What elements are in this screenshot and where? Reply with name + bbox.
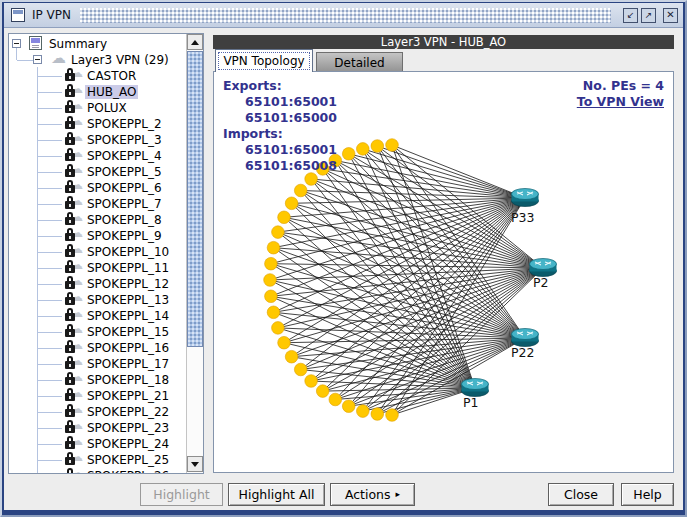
tree-item-spokeppl_2[interactable]: ☁SPOKEPPL_2 [9, 116, 186, 132]
tree-item-label: SPOKEPPL_15 [85, 325, 171, 339]
tree-connector-line [38, 172, 62, 173]
tree-item-spokeppl_21[interactable]: ☁SPOKEPPL_21 [9, 388, 186, 404]
minimize-icon[interactable]: ↙ [623, 8, 638, 23]
vpn-tree: Summary☁Layer3 VPN (29)☁CASTOR☁HUB_AO☁PO… [9, 34, 186, 473]
router-label: P1 [463, 395, 479, 410]
close-button[interactable]: Close [548, 483, 614, 506]
tree-connector-line [38, 156, 62, 157]
site-node[interactable] [305, 375, 318, 388]
tree-item-spokeppl_4[interactable]: ☁SPOKEPPL_4 [9, 148, 186, 164]
collapse-handle-icon[interactable] [12, 39, 21, 48]
site-node[interactable] [272, 226, 285, 239]
tab-detailed-label: Detailed [334, 56, 384, 70]
site-node[interactable] [285, 197, 298, 210]
tree-connector-line [38, 220, 62, 221]
tree-item-spokeppl_23[interactable]: ☁SPOKEPPL_23 [9, 420, 186, 436]
tree-item-summary[interactable]: Summary [9, 36, 186, 52]
site-node[interactable] [278, 336, 291, 349]
tree-item-spokeppl_24[interactable]: ☁SPOKEPPL_24 [9, 436, 186, 452]
close-icon[interactable]: ✕ [663, 8, 678, 23]
tree-item-polux[interactable]: ☁POLUX [9, 100, 186, 116]
tree-item-label: SPOKEPPL_24 [85, 437, 171, 451]
tree-item-spokeppl_6[interactable]: ☁SPOKEPPL_6 [9, 180, 186, 196]
site-node[interactable] [371, 408, 384, 421]
scrollbar-up-button[interactable] [187, 34, 203, 50]
window-title-bar[interactable]: IP VPN ↙ ↗ ✕ [4, 3, 683, 28]
site-node[interactable] [267, 306, 280, 319]
tree-item-layer3 vpn (29)[interactable]: ☁Layer3 VPN (29) [9, 52, 186, 68]
tree-item-label: SPOKEPPL_23 [85, 421, 171, 435]
actions-button[interactable]: Actions▸ [330, 483, 415, 506]
tree-item-spokeppl_25[interactable]: ☁SPOKEPPL_25 [9, 452, 186, 468]
highlight-all-button-label: Highlight All [239, 487, 315, 502]
scrollbar-thumb[interactable] [187, 51, 203, 347]
site-node[interactable] [285, 350, 298, 363]
site-node[interactable] [342, 400, 355, 413]
tree-item-label: Layer3 VPN (29) [69, 53, 171, 67]
tree-item-spokeppl_12[interactable]: ☁SPOKEPPL_12 [9, 276, 186, 292]
scrollbar-down-button[interactable] [187, 456, 203, 472]
site-node[interactable] [267, 241, 280, 254]
tree-item-castor[interactable]: ☁CASTOR [9, 68, 186, 84]
router-node-p1[interactable] [462, 379, 489, 397]
tree-connector-line [38, 252, 62, 253]
tree-item-spokeppl_5[interactable]: ☁SPOKEPPL_5 [9, 164, 186, 180]
tab-vpn-topology[interactable]: VPN Topology [215, 49, 313, 72]
tree-item-spokeppl_15[interactable]: ☁SPOKEPPL_15 [9, 324, 186, 340]
site-node[interactable] [342, 148, 355, 161]
site-node[interactable] [357, 143, 370, 156]
site-node[interactable] [371, 140, 384, 153]
site-node[interactable] [265, 290, 278, 303]
tree-item-label: SPOKEPPL_16 [85, 341, 171, 355]
site-node[interactable] [264, 274, 277, 287]
collapse-handle-icon[interactable] [33, 55, 42, 64]
site-node[interactable] [305, 173, 318, 186]
tree-item-spokeppl_10[interactable]: ☁SPOKEPPL_10 [9, 244, 186, 260]
tab-detailed[interactable]: Detailed [316, 52, 403, 72]
site-node[interactable] [357, 405, 370, 418]
tree-item-spokeppl_14[interactable]: ☁SPOKEPPL_14 [9, 308, 186, 324]
import-value: 65101:65008 [223, 158, 337, 174]
site-node[interactable] [386, 139, 399, 152]
tree-connector-line [38, 140, 62, 141]
tree-item-spokeppl_18[interactable]: ☁SPOKEPPL_18 [9, 372, 186, 388]
tree-item-label: SPOKEPPL_6 [85, 181, 164, 195]
tree-item-spokeppl_11[interactable]: ☁SPOKEPPL_11 [9, 260, 186, 276]
help-button[interactable]: Help [621, 483, 674, 506]
vpn-cloud-icon: ☁ [51, 50, 66, 66]
tree-connector-line [38, 236, 62, 237]
tree-item-spokeppl_13[interactable]: ☁SPOKEPPL_13 [9, 292, 186, 308]
site-node[interactable] [272, 322, 285, 335]
site-node[interactable] [329, 393, 342, 406]
tree-item-spokeppl_8[interactable]: ☁SPOKEPPL_8 [9, 212, 186, 228]
tree-item-spokeppl_7[interactable]: ☁SPOKEPPL_7 [9, 196, 186, 212]
site-node[interactable] [294, 184, 307, 197]
tree-connector-line [38, 460, 62, 461]
tree-item-label: SPOKEPPL_25 [85, 453, 171, 467]
router-node-p2[interactable] [530, 259, 557, 277]
help-button-label: Help [633, 487, 662, 502]
site-node[interactable] [278, 211, 291, 224]
tree-item-hub_ao[interactable]: ☁HUB_AO [9, 84, 186, 100]
site-node[interactable] [265, 257, 278, 270]
highlight-all-button[interactable]: Highlight All [228, 483, 325, 506]
tree-item-spokeppl_17[interactable]: ☁SPOKEPPL_17 [9, 356, 186, 372]
site-node[interactable] [386, 409, 399, 422]
site-node[interactable] [316, 385, 329, 398]
router-node-p33[interactable] [512, 189, 539, 207]
to-vpn-view-link[interactable]: To VPN View [577, 94, 664, 110]
tree-item-label: SPOKEPPL_2 [85, 117, 164, 131]
tree-item-spokeppl_16[interactable]: ☁SPOKEPPL_16 [9, 340, 186, 356]
vpn-link-line [349, 198, 525, 406]
maximize-icon[interactable]: ↗ [641, 8, 656, 23]
tree-item-spokeppl_3[interactable]: ☁SPOKEPPL_3 [9, 132, 186, 148]
tree-item-spokeppl_22[interactable]: ☁SPOKEPPL_22 [9, 404, 186, 420]
tree-scrollbar[interactable] [186, 34, 203, 473]
router-node-p22[interactable] [512, 329, 539, 347]
vpn-link-line [271, 264, 543, 268]
tree-item-label: SPOKEPPL_18 [85, 373, 171, 387]
tree-connector-line [38, 188, 62, 189]
tree-item-spokeppl_26[interactable]: ☁SPOKEPPL_26 [9, 468, 186, 473]
site-node[interactable] [294, 363, 307, 376]
tree-item-spokeppl_9[interactable]: ☁SPOKEPPL_9 [9, 228, 186, 244]
